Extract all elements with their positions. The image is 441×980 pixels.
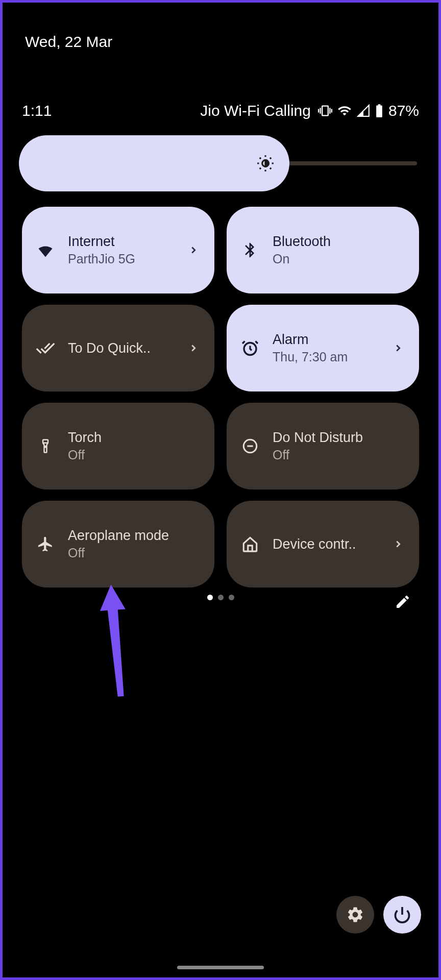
wifi-status-icon — [337, 104, 352, 118]
bluetooth-icon — [239, 241, 261, 259]
tile-title: Do Not Disturb — [273, 430, 404, 446]
pager-dot[interactable] — [207, 595, 213, 600]
tile-title: To Do Quick.. — [68, 340, 177, 356]
chevron-right-icon — [188, 342, 199, 354]
navigation-handle[interactable] — [177, 966, 264, 969]
tile-device-controls[interactable]: Device contr.. — [227, 501, 419, 587]
signal-icon — [357, 104, 370, 117]
battery-icon — [375, 104, 383, 118]
date-label: Wed, 22 Mar — [25, 33, 112, 51]
svg-rect-2 — [43, 440, 48, 443]
home-icon — [239, 535, 261, 553]
tile-internet[interactable]: Internet ParthJio 5G — [22, 207, 214, 293]
tile-subtitle: Off — [273, 448, 404, 462]
tile-title: Torch — [68, 430, 199, 446]
torch-icon — [34, 437, 57, 455]
status-carrier: Jio Wi-Fi Calling — [200, 102, 311, 119]
gear-icon — [346, 905, 364, 924]
pager-dot[interactable] — [229, 595, 234, 600]
tile-subtitle: On — [273, 252, 404, 266]
brightness-slider[interactable] — [19, 135, 417, 191]
pencil-icon — [395, 594, 411, 610]
power-button[interactable] — [383, 896, 421, 934]
brightness-thumb[interactable] — [19, 135, 289, 191]
pager-dot[interactable] — [218, 595, 224, 600]
tile-torch[interactable]: Torch Off — [22, 403, 214, 489]
tile-title: Device contr.. — [273, 536, 381, 552]
svg-point-3 — [45, 446, 46, 448]
chevron-right-icon — [393, 342, 404, 354]
chevron-right-icon — [188, 244, 199, 256]
chevron-right-icon — [393, 538, 404, 550]
tile-subtitle: Thu, 7:30 am — [273, 350, 381, 364]
status-bar: 1:11 Jio Wi-Fi Calling 87% — [3, 102, 438, 119]
annotation-arrow — [94, 579, 135, 704]
tile-subtitle: ParthJio 5G — [68, 252, 177, 266]
tile-title: Alarm — [273, 332, 381, 348]
edit-button[interactable] — [391, 591, 414, 613]
tile-subtitle: Off — [68, 546, 199, 560]
pager — [3, 595, 438, 600]
wifi-icon — [34, 241, 57, 259]
tile-airplane[interactable]: Aeroplane mode Off — [22, 501, 214, 587]
tile-bluetooth[interactable]: Bluetooth On — [227, 207, 419, 293]
tile-dnd[interactable]: Do Not Disturb Off — [227, 403, 419, 489]
tile-alarm[interactable]: Alarm Thu, 7:30 am — [227, 305, 419, 391]
battery-percent: 87% — [388, 102, 419, 119]
power-icon — [393, 905, 411, 924]
status-time: 1:11 — [22, 102, 52, 119]
settings-button[interactable] — [336, 896, 374, 934]
vibrate-icon — [318, 104, 332, 118]
tile-todo[interactable]: To Do Quick.. — [22, 305, 214, 391]
dnd-icon — [239, 437, 261, 455]
check-icon — [34, 338, 57, 358]
tile-title: Internet — [68, 234, 177, 250]
airplane-icon — [34, 535, 57, 553]
brightness-icon — [256, 154, 275, 173]
alarm-icon — [239, 339, 261, 357]
quick-settings-grid: Internet ParthJio 5G Bluetooth On To Do … — [22, 207, 419, 587]
tile-title: Aeroplane mode — [68, 528, 199, 544]
tile-title: Bluetooth — [273, 234, 404, 250]
tile-subtitle: Off — [68, 448, 199, 462]
